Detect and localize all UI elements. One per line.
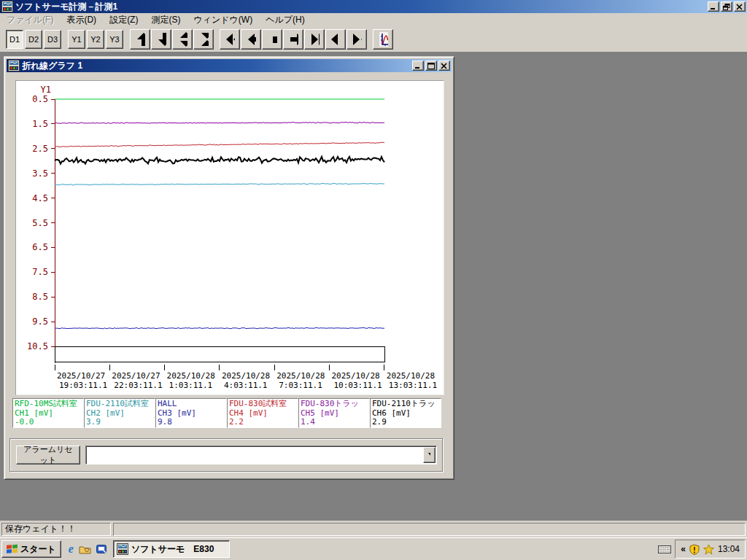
svg-text:3.5: 3.5: [32, 168, 48, 179]
stop-button[interactable]: [262, 29, 282, 50]
toolbar-separator: [125, 39, 130, 40]
minimize-icon: [710, 4, 717, 10]
graph-window-content: Y10.51.52.53.54.55.56.57.58.59.510.52025…: [7, 72, 452, 464]
legend-value: 2.2: [229, 418, 296, 427]
star-icon[interactable]: [703, 544, 714, 555]
graph-window: 折れ線グラフ 1 Y10.51.52.53.54.55.56.57.58.59.…: [4, 56, 454, 480]
expand-vertical-button[interactable]: [172, 29, 193, 50]
tray-expander-button[interactable]: «: [681, 544, 686, 554]
toolbar-d3-button[interactable]: D3: [44, 30, 61, 49]
app-titlebar[interactable]: ソフトサーモ計測－計測1: [0, 0, 747, 13]
toolbar: D1 D2 D3 Y1 Y2 Y3: [0, 27, 747, 52]
toolbar-d1-button[interactable]: D1: [6, 30, 23, 49]
menu-window[interactable]: ウィンドウ(W): [187, 12, 259, 28]
legend-station: FDU-830トラッ: [301, 400, 368, 409]
folder-icon[interactable]: [79, 544, 91, 554]
svg-text:2.5: 2.5: [32, 144, 48, 154]
legend-cell-ch3: HALL CH3 [mV] 9.8: [155, 398, 227, 428]
svg-text:2025/10/27: 2025/10/27: [112, 371, 160, 381]
minimize-button[interactable]: [708, 1, 719, 12]
menu-view[interactable]: 表示(D): [60, 12, 103, 28]
svg-text:2025/10/28: 2025/10/28: [167, 371, 215, 381]
svg-text:1:03:11.1: 1:03:11.1: [169, 381, 213, 390]
alarm-combobox-value[interactable]: [86, 446, 422, 464]
svg-text:4.5: 4.5: [32, 193, 48, 203]
graph-window-titlebar[interactable]: 折れ線グラフ 1: [7, 59, 452, 72]
close-icon: [736, 4, 743, 10]
compress-vertical-button[interactable]: [193, 29, 214, 50]
task-label: ソフトサーモ E830: [131, 543, 214, 556]
svg-text:5.5: 5.5: [32, 218, 48, 228]
menu-file[interactable]: ファイル(F): [0, 12, 60, 28]
keyboard-icon[interactable]: [658, 544, 671, 554]
graph-close-button[interactable]: [438, 61, 450, 71]
toolbar-y1-button[interactable]: Y1: [68, 30, 85, 49]
app-icon: [1, 1, 13, 12]
up-arrow-icon: [135, 31, 145, 48]
task-button-softthermo[interactable]: ソフトサーモ E830: [113, 540, 230, 558]
windows-logo-icon: [5, 543, 18, 555]
legend-value: 3.9: [86, 418, 153, 427]
toolbar-y2-button[interactable]: Y2: [87, 30, 104, 49]
legend-station: FDU-2110試料室: [86, 400, 153, 409]
fast-forward-button[interactable]: [304, 29, 325, 50]
rewind-icon: [225, 31, 235, 48]
svg-text:2025/10/28: 2025/10/28: [276, 371, 325, 381]
alarm-reset-button[interactable]: アラームリセット: [16, 446, 80, 464]
legend-cell-ch6: FDU-2110トラッ CH6 [mV] 2.9: [370, 398, 441, 428]
channel-legend: RFD-10MS試料室 CH1 [mV] -0.0 FDU-2110試料室 CH…: [12, 398, 441, 428]
expand-vertical-icon: [177, 31, 187, 48]
menu-measure[interactable]: 測定(S): [144, 12, 187, 28]
svg-text:0.5: 0.5: [32, 94, 48, 104]
legend-station: RFD-10MS試料室: [15, 400, 82, 409]
quick-launch: e: [69, 543, 107, 555]
legend-cell-ch1: RFD-10MS試料室 CH1 [mV] -0.0: [12, 398, 84, 428]
svg-text:2025/10/28: 2025/10/28: [222, 371, 270, 381]
graph-minimize-button[interactable]: [412, 61, 424, 71]
alarm-combobox-dropdown-button[interactable]: [423, 447, 436, 463]
close-icon: [441, 63, 448, 69]
graph-setup-button[interactable]: [373, 29, 393, 50]
close-button[interactable]: [734, 1, 746, 12]
legend-value: 9.8: [158, 418, 225, 427]
step-left-button[interactable]: [241, 29, 261, 50]
stop-icon: [267, 31, 277, 48]
alarm-combobox[interactable]: [85, 446, 437, 464]
svg-text:6.5: 6.5: [32, 242, 48, 252]
step-right-button[interactable]: [283, 29, 303, 50]
left-arrow-icon: [246, 31, 256, 48]
collapse-horizontal-button[interactable]: [347, 29, 367, 50]
show-desktop-icon[interactable]: [96, 544, 107, 554]
legend-value: 2.9: [372, 418, 439, 427]
security-shield-icon[interactable]: [689, 544, 700, 555]
graph-maximize-button[interactable]: [425, 61, 437, 71]
svg-text:7.5: 7.5: [32, 267, 48, 277]
status-panel-2: [113, 523, 746, 536]
taskbar: スタート e ソフトサーモ E830: [0, 537, 747, 560]
scroll-down-button[interactable]: [151, 29, 171, 50]
toolbar-y3-button[interactable]: Y3: [106, 30, 123, 49]
rewind-button[interactable]: [220, 29, 240, 50]
system-tray: « 13:04: [675, 540, 746, 559]
status-bar: 保存ウェイト！！: [0, 521, 747, 537]
legend-value: 1.4: [301, 418, 368, 427]
maximize-icon: [427, 63, 435, 69]
graph-window-icon: [8, 60, 20, 71]
internet-explorer-icon[interactable]: e: [69, 543, 74, 555]
svg-text:1.5: 1.5: [32, 119, 48, 129]
start-button[interactable]: スタート: [1, 540, 61, 558]
svg-text:9.5: 9.5: [32, 316, 48, 327]
svg-text:Y1: Y1: [41, 85, 51, 95]
restore-button[interactable]: [721, 1, 732, 12]
menu-settings[interactable]: 設定(Z): [103, 12, 144, 28]
chevron-down-icon: [428, 453, 430, 457]
graph-setup-icon: [378, 31, 388, 48]
legend-cell-ch5: FDU-830トラッ CH5 [mV] 1.4: [298, 398, 370, 428]
toolbar-d2-button[interactable]: D2: [25, 30, 42, 49]
svg-text:2025/10/28: 2025/10/28: [332, 371, 380, 381]
toolbar-separator: [63, 39, 68, 40]
menu-help[interactable]: ヘルプ(H): [259, 12, 311, 28]
expand-horizontal-button[interactable]: [325, 29, 346, 50]
expand-horizontal-icon: [330, 31, 341, 48]
scroll-up-button[interactable]: [130, 29, 150, 50]
